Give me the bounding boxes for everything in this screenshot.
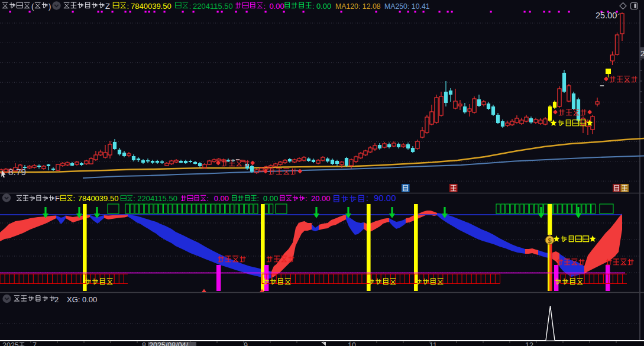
svg-text:10: 10 [348, 341, 356, 346]
svg-text:MA250: 10.41: MA250: 10.41 [384, 2, 430, 11]
svg-text:Z: Z [105, 2, 110, 11]
svg-text:2025/08/04/: 2025/08/04/ [149, 341, 189, 346]
svg-text::: : [366, 193, 368, 203]
svg-text::: : [73, 194, 76, 203]
svg-text:0.00: 0.00 [263, 194, 278, 203]
svg-text:2025: 2025 [2, 341, 19, 346]
svg-text:0.00: 0.00 [316, 2, 331, 11]
svg-text:25.00: 25.00 [596, 11, 617, 20]
svg-text:90.00: 90.00 [374, 193, 396, 203]
svg-text:(: ( [31, 2, 34, 11]
svg-text:2204115.50: 2204115.50 [137, 194, 177, 203]
svg-text:8.79: 8.79 [8, 167, 26, 177]
svg-text::: : [206, 194, 209, 203]
svg-text:$: $ [548, 237, 551, 244]
svg-text:2: 2 [640, 49, 644, 58]
svg-text:): ) [48, 2, 51, 11]
svg-text:2204115.50: 2204115.50 [193, 2, 233, 11]
svg-text:7840039.50: 7840039.50 [78, 194, 119, 203]
svg-text:8: 8 [142, 341, 146, 346]
svg-text:7840039.50: 7840039.50 [131, 2, 171, 11]
svg-text:MA120: 12.08: MA120: 12.08 [335, 2, 381, 11]
svg-text:7: 7 [33, 341, 37, 346]
svg-text::: : [189, 2, 192, 11]
svg-text:12: 12 [525, 341, 533, 346]
svg-text::: : [305, 194, 308, 203]
svg-text::: : [127, 2, 130, 11]
svg-text::: : [257, 194, 260, 203]
svg-text:11: 11 [429, 341, 437, 346]
svg-text:2: 2 [54, 295, 59, 304]
svg-text:0.00: 0.00 [269, 2, 284, 11]
svg-text::: : [264, 2, 266, 11]
svg-text:0.00: 0.00 [214, 194, 229, 203]
svg-text:9: 9 [244, 341, 248, 346]
svg-text:20.00: 20.00 [311, 194, 331, 203]
svg-text::: : [133, 194, 135, 203]
svg-text:F: F [55, 194, 60, 203]
svg-text:XG: 0.00: XG: 0.00 [67, 295, 97, 304]
svg-text::: : [312, 2, 315, 11]
